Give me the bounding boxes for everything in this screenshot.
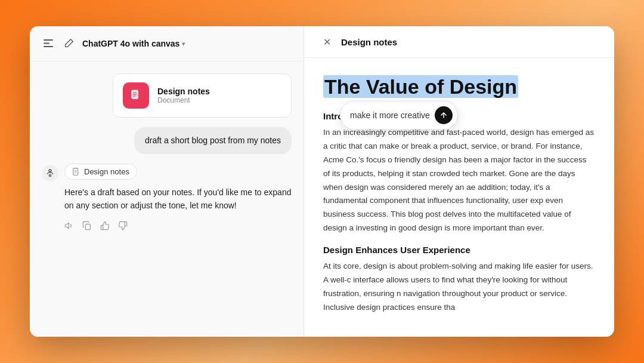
tooltip-text: make it more creative <box>350 110 430 120</box>
assistant-response-text: Here's a draft based on your notes. If y… <box>64 186 292 213</box>
doc-type: Document <box>157 96 210 104</box>
document-card[interactable]: Design notes Document <box>113 73 292 118</box>
svg-point-9 <box>49 174 52 177</box>
thumbs-up-icon[interactable] <box>100 221 110 232</box>
left-header: ChatGPT 4o with canvas ▾ <box>30 26 304 61</box>
thumbs-down-icon[interactable] <box>118 221 128 232</box>
doc-main-title: The Value of Design <box>323 75 595 99</box>
close-panel-button[interactable]: ✕ <box>321 36 333 48</box>
intro-body: In an increasingly competitive and fast-… <box>323 126 595 236</box>
chat-content: Design notes Document draft a short blog… <box>30 61 304 337</box>
doc-title: Design notes <box>157 87 210 96</box>
section2-body: At its core, design is about problem-sol… <box>323 260 595 315</box>
copy-icon[interactable] <box>82 221 92 232</box>
title-highlight: The Value of Design <box>323 75 518 98</box>
right-header: ✕ Design notes <box>304 26 614 58</box>
left-panel: ChatGPT 4o with canvas ▾ Design not <box>30 26 304 337</box>
panel-title: Design notes <box>341 37 397 47</box>
assistant-section: Design notes Here's a draft based on you… <box>42 164 292 232</box>
svg-rect-14 <box>85 224 90 229</box>
action-icons <box>64 221 292 232</box>
sidebar-toggle-button[interactable] <box>42 37 55 50</box>
right-panel: ✕ Design notes The Value of Design make … <box>304 26 614 337</box>
speaker-icon[interactable] <box>64 221 74 232</box>
pill-label: Design notes <box>84 167 129 176</box>
assistant-content: Design notes Here's a draft based on you… <box>64 164 292 232</box>
user-message: draft a short blog post from my notes <box>134 127 292 154</box>
svg-point-8 <box>42 165 58 182</box>
doc-info: Design notes Document <box>157 87 210 104</box>
new-chat-button[interactable] <box>62 37 75 50</box>
doc-icon-wrap <box>123 82 149 109</box>
assistant-avatar-icon <box>42 165 58 182</box>
section2-heading: Design Enhances User Experience <box>323 245 595 255</box>
intro-section: Introduction In an increasingly competit… <box>323 111 595 236</box>
document-content: The Value of Design make it more creativ… <box>304 58 614 337</box>
close-icon: ✕ <box>323 36 331 48</box>
svg-rect-2 <box>44 46 53 47</box>
assistant-row: Design notes Here's a draft based on you… <box>42 164 292 232</box>
section2: Design Enhances User Experience At its c… <box>323 245 595 315</box>
svg-rect-0 <box>44 39 53 41</box>
app-window: ChatGPT 4o with canvas ▾ Design not <box>30 26 614 337</box>
svg-rect-1 <box>44 43 49 44</box>
model-label: ChatGPT 4o with canvas <box>82 39 179 48</box>
design-notes-pill[interactable]: Design notes <box>64 164 137 180</box>
inline-edit-tooltip[interactable]: make it more creative <box>340 101 458 130</box>
model-selector[interactable]: ChatGPT 4o with canvas ▾ <box>82 39 185 48</box>
tooltip-send-button[interactable] <box>435 106 453 124</box>
chevron-down-icon: ▾ <box>182 41 185 47</box>
